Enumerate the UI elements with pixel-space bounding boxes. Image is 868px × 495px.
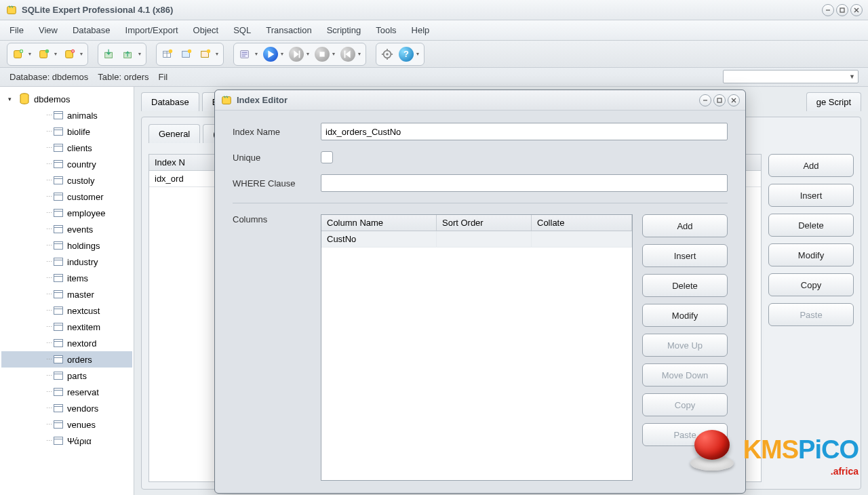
close-db-button[interactable]: ▼ bbox=[60, 45, 79, 64]
menu-view[interactable]: View bbox=[39, 25, 58, 35]
dialog-copy-button: Copy bbox=[642, 393, 728, 416]
tree-table-country[interactable]: ⋯country bbox=[1, 156, 132, 172]
table-icon bbox=[54, 160, 63, 168]
dialog-insert-button[interactable]: Insert bbox=[642, 244, 728, 267]
tree-table-events[interactable]: ⋯events bbox=[1, 221, 132, 237]
tree-table-vendors[interactable]: ⋯vendors bbox=[1, 400, 132, 416]
dialog-move-down-button: Move Down bbox=[642, 363, 728, 387]
svg-point-20 bbox=[207, 49, 210, 52]
open-db-button[interactable]: ▼ bbox=[35, 45, 54, 64]
watermark-sub: .africa bbox=[831, 466, 859, 477]
tree-table-biolife[interactable]: ⋯biolife bbox=[1, 123, 132, 140]
modify-button[interactable]: Modify bbox=[768, 243, 854, 266]
db-selector-dropdown[interactable]: ▼ bbox=[723, 70, 859, 83]
red-button-icon bbox=[686, 429, 738, 471]
tree-table-items[interactable]: ⋯items bbox=[1, 270, 132, 286]
delete-button[interactable]: Delete bbox=[768, 214, 854, 237]
watermark-text-2: PiCO bbox=[798, 435, 859, 464]
dialog-close-button[interactable] bbox=[728, 94, 740, 106]
tree-table-custoly[interactable]: ⋯custoly bbox=[1, 172, 132, 189]
help-button[interactable]: ?▼ bbox=[397, 45, 416, 64]
menu-help[interactable]: Help bbox=[412, 25, 430, 35]
col-header-collate: Collate bbox=[532, 215, 632, 231]
execute-step-button[interactable]: ▼ bbox=[287, 45, 306, 64]
subtab-general[interactable]: General bbox=[149, 124, 200, 143]
dialog-delete-button[interactable]: Delete bbox=[642, 274, 728, 297]
table-icon bbox=[54, 127, 63, 136]
main-titlebar: SQLite Expert Professional 4.1 (x86) bbox=[0, 0, 868, 20]
maximize-button[interactable] bbox=[836, 4, 848, 16]
tree-table-nextord[interactable]: ⋯nextord bbox=[1, 335, 132, 351]
unique-checkbox[interactable] bbox=[321, 151, 333, 163]
tree-table-nextcust[interactable]: ⋯nextcust bbox=[1, 302, 132, 319]
sql-editor-button[interactable]: ▼ bbox=[235, 45, 254, 64]
table-icon bbox=[54, 176, 63, 184]
tree-table-holdings[interactable]: ⋯holdings bbox=[1, 237, 132, 254]
tab-change-script[interactable]: ge Script bbox=[806, 92, 861, 111]
tree-table-master[interactable]: ⋯master bbox=[1, 286, 132, 302]
new-view-button[interactable] bbox=[177, 45, 196, 64]
app-icon bbox=[5, 4, 18, 16]
dialog-maximize-button[interactable] bbox=[713, 94, 726, 106]
first-button[interactable]: ▼ bbox=[338, 45, 357, 64]
menu-transaction[interactable]: Transaction bbox=[266, 25, 311, 35]
tree-db-node[interactable]: ▾ dbdemos bbox=[1, 91, 132, 107]
svg-point-8 bbox=[45, 49, 49, 52]
export-button[interactable]: ▼ bbox=[119, 45, 138, 64]
svg-point-16 bbox=[169, 49, 172, 52]
tree-table-reservat[interactable]: ⋯reservat bbox=[1, 384, 132, 400]
menu-object[interactable]: Object bbox=[193, 25, 219, 35]
tree-table-industry[interactable]: ⋯industry bbox=[1, 254, 132, 270]
svg-rect-34 bbox=[717, 98, 722, 102]
table-icon bbox=[54, 339, 63, 347]
copy-button[interactable]: Copy bbox=[768, 273, 854, 296]
add-button[interactable]: Add bbox=[768, 154, 854, 177]
where-clause-input[interactable] bbox=[321, 174, 728, 192]
import-button[interactable] bbox=[100, 45, 119, 64]
menu-sql[interactable]: SQL bbox=[233, 25, 251, 35]
close-button[interactable] bbox=[850, 4, 863, 16]
new-object-button[interactable]: ▼ bbox=[196, 45, 215, 64]
tree-table-employee[interactable]: ⋯employee bbox=[1, 205, 132, 221]
column-row[interactable]: CustNo bbox=[321, 231, 632, 248]
insert-button[interactable]: Insert bbox=[768, 184, 854, 207]
table-icon bbox=[54, 355, 63, 363]
expand-icon[interactable]: ▾ bbox=[8, 96, 15, 102]
execute-button[interactable]: ▼ bbox=[261, 45, 280, 64]
dialog-add-button[interactable]: Add bbox=[642, 214, 728, 237]
tree-table-orders[interactable]: ⋯orders bbox=[1, 351, 132, 368]
tree-table-venues[interactable]: ⋯venues bbox=[1, 416, 132, 433]
tree-table-customer[interactable]: ⋯customer bbox=[1, 189, 132, 205]
dialog-modify-button[interactable]: Modify bbox=[642, 304, 728, 327]
db-info-bar: Database: dbdemos Table: orders Fil ▼ bbox=[0, 68, 868, 87]
table-icon bbox=[54, 144, 63, 152]
tree-table-parts[interactable]: ⋯parts bbox=[1, 368, 132, 384]
svg-rect-0 bbox=[7, 6, 16, 14]
tree-db-label: dbdemos bbox=[34, 94, 70, 104]
table-icon bbox=[54, 258, 63, 266]
window-title: SQLite Expert Professional 4.1 (x86) bbox=[22, 5, 822, 15]
tree-table-animals[interactable]: ⋯animals bbox=[1, 107, 132, 123]
svg-point-26 bbox=[386, 53, 389, 56]
dialog-titlebar: Index Editor bbox=[215, 90, 745, 111]
where-clause-label: WHERE Clause bbox=[233, 178, 307, 189]
settings-button[interactable] bbox=[378, 45, 397, 64]
index-editor-icon bbox=[220, 94, 233, 106]
new-table-button[interactable] bbox=[158, 45, 177, 64]
menu-import-export[interactable]: Import/Export bbox=[125, 25, 178, 35]
tree-table-clients[interactable]: ⋯clients bbox=[1, 140, 132, 156]
new-db-button[interactable]: ▼ bbox=[9, 45, 28, 64]
index-name-input[interactable] bbox=[321, 123, 728, 140]
dialog-minimize-button[interactable] bbox=[699, 94, 711, 106]
menu-tools[interactable]: Tools bbox=[376, 25, 396, 35]
paste-button: Paste bbox=[768, 303, 854, 326]
menu-file[interactable]: File bbox=[9, 25, 24, 35]
menu-database[interactable]: Database bbox=[73, 25, 111, 35]
tree-table-Ψάρια[interactable]: ⋯Ψάρια bbox=[1, 433, 132, 449]
stop-button[interactable]: ▼ bbox=[313, 45, 332, 64]
minimize-button[interactable] bbox=[822, 4, 834, 16]
tree-table-nextitem[interactable]: ⋯nextitem bbox=[1, 319, 132, 335]
menu-scripting[interactable]: Scripting bbox=[327, 25, 361, 35]
svg-rect-24 bbox=[344, 50, 346, 58]
tab-database[interactable]: Database bbox=[141, 92, 199, 111]
